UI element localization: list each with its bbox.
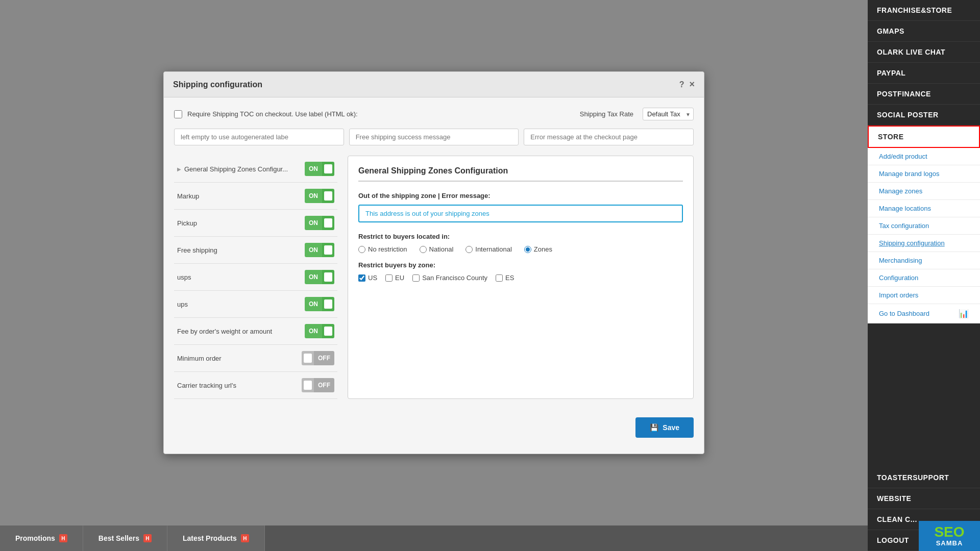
submenu-item-import-orders[interactable]: Import orders: [868, 287, 980, 304]
samba-text: SAMBA: [923, 539, 976, 547]
submenu-item-shipping-config[interactable]: Shipping configuration: [868, 235, 980, 252]
toggle-handle-inner: [324, 245, 332, 255]
zone-eu: EU: [385, 274, 404, 282]
sidebar-item-store[interactable]: STORE: [868, 126, 980, 148]
toggle-minimum-order[interactable]: OFF: [302, 351, 334, 365]
input-fields-row: [174, 129, 694, 145]
toggle-handle: [322, 270, 334, 284]
sidebar-item-postfinance[interactable]: POSTFINANCE: [868, 84, 980, 105]
submenu-item-manage-zones[interactable]: Manage zones: [868, 183, 980, 200]
submenu-item-manage-locations[interactable]: Manage locations: [868, 200, 980, 217]
autogenerated-label-input[interactable]: [174, 129, 344, 145]
zone-es: ES: [496, 274, 514, 282]
save-button[interactable]: 💾 Save: [635, 417, 694, 438]
toggle-on-label: ON: [305, 216, 322, 230]
sidebar-item-social-poster[interactable]: SOCIAL POSTER: [868, 105, 980, 126]
sidebar-item-website[interactable]: WEBSITE: [868, 488, 980, 509]
toc-row: Require Shipping TOC on checkout. Use la…: [174, 108, 694, 120]
save-label: Save: [663, 423, 679, 432]
radio-international: International: [465, 245, 512, 253]
settings-item-label-usps: usps: [177, 273, 191, 281]
radio-zones-input[interactable]: [524, 246, 531, 253]
error-section-label: Out of the shipping zone | Error message…: [358, 192, 683, 199]
sidebar-item-toastersupport[interactable]: TOASTERSUPPORT: [868, 467, 980, 488]
toggle-handle-inner: [304, 354, 312, 363]
bottom-tab-promotions[interactable]: Promotions H: [0, 525, 83, 551]
sidebar-item-label: PAYPAL: [877, 69, 905, 77]
toggle-handle-inner: [324, 191, 332, 201]
toggle-on-label: ON: [305, 162, 322, 176]
settings-item-free-shipping: Free shipping ON: [174, 237, 337, 264]
detail-panel-title: General Shipping Zones Configuration: [358, 166, 683, 182]
close-button[interactable]: ×: [689, 79, 695, 90]
bottom-bar: Promotions H Best Sellers H Latest Produ…: [0, 525, 868, 551]
toggle-ups[interactable]: ON: [305, 297, 334, 311]
submenu-item-add-product[interactable]: Add/edit product: [868, 148, 980, 165]
toggle-handle: [322, 162, 334, 176]
radio-zones: Zones: [524, 245, 552, 253]
toggle-handle: [302, 351, 314, 365]
help-button[interactable]: ?: [679, 80, 684, 89]
toggle-on-label: ON: [305, 297, 322, 311]
toc-checkbox[interactable]: [174, 110, 182, 118]
bottom-tab-best-sellers[interactable]: Best Sellers H: [83, 525, 167, 551]
toggle-handle-inner: [324, 272, 332, 282]
bottom-tab-latest-products[interactable]: Latest Products H: [167, 525, 265, 551]
seo-text: SEO: [923, 525, 976, 539]
submenu-item-tax-config[interactable]: Tax configuration: [868, 217, 980, 235]
settings-item-general: ▶ General Shipping Zones Configur... ON: [174, 156, 337, 183]
modal-header: Shipping configuration ? ×: [164, 72, 704, 97]
radio-no-restriction: No restriction: [358, 245, 407, 253]
tax-select[interactable]: Default Tax: [643, 108, 694, 120]
modal-overlay: Shipping configuration ? × Require Shipp…: [0, 0, 868, 525]
error-message-field[interactable]: [358, 205, 683, 222]
settings-item-ups: ups ON: [174, 291, 337, 318]
toggle-free-shipping[interactable]: ON: [305, 243, 334, 257]
toc-label: Require Shipping TOC on checkout. Use la…: [187, 110, 358, 118]
radio-national: National: [420, 245, 454, 253]
toggle-handle: [322, 297, 334, 311]
main-content-row: ▶ General Shipping Zones Configur... ON …: [174, 156, 694, 399]
toggle-on-label: ON: [305, 189, 322, 203]
sidebar-item-franchise[interactable]: FRANCHISE&STORE: [868, 0, 980, 21]
toggle-handle-inner: [324, 164, 332, 173]
zone-es-checkbox[interactable]: [496, 274, 503, 282]
toggle-usps[interactable]: ON: [305, 270, 334, 284]
toggle-off-label: OFF: [314, 351, 334, 365]
toggle-pickup[interactable]: ON: [305, 216, 334, 230]
detail-panel: General Shipping Zones Configuration Out…: [348, 156, 694, 399]
settings-item-label-general: ▶ General Shipping Zones Configur...: [177, 165, 288, 173]
zone-us-checkbox[interactable]: [358, 274, 365, 282]
radio-national-input[interactable]: [420, 246, 427, 253]
settings-item-label-ups: ups: [177, 300, 188, 308]
toggle-handle: [322, 324, 334, 338]
submenu-item-dashboard[interactable]: Go to Dashboard 📊: [868, 304, 980, 323]
sidebar-item-gmaps[interactable]: GMAPS: [868, 21, 980, 42]
toggle-markup[interactable]: ON: [305, 189, 334, 203]
modal-body: Require Shipping TOC on checkout. Use la…: [164, 97, 704, 409]
toggle-general[interactable]: ON: [305, 162, 334, 176]
toggle-fee-by-weight[interactable]: ON: [305, 324, 334, 338]
save-icon: 💾: [650, 423, 658, 432]
submenu-item-configuration[interactable]: Configuration: [868, 269, 980, 287]
settings-item-usps: usps ON: [174, 264, 337, 291]
sidebar-item-paypal[interactable]: PAYPAL: [868, 63, 980, 84]
submenu-item-merchandising[interactable]: Merchandising: [868, 252, 980, 269]
error-message-input[interactable]: [524, 129, 694, 145]
toggle-off-label: OFF: [314, 378, 334, 392]
sidebar-item-label: FRANCHISE&STORE: [877, 6, 952, 14]
toggle-carrier-tracking[interactable]: OFF: [302, 378, 334, 392]
toggle-handle: [302, 378, 314, 392]
sidebar-item-olark[interactable]: OLARK LIVE CHAT: [868, 42, 980, 63]
restrict-label: Restrict to buyers located in:: [358, 233, 683, 240]
zone-restrict-section: Restrict buyers by zone: US EU: [358, 261, 683, 282]
free-shipping-message-input[interactable]: [349, 129, 519, 145]
radio-international-input[interactable]: [465, 246, 473, 253]
toggle-on-label: ON: [305, 324, 322, 338]
dashboard-icon: 📊: [959, 309, 969, 318]
submenu-item-brand-logos[interactable]: Manage brand logos: [868, 165, 980, 183]
zone-sf-county-checkbox[interactable]: [412, 274, 420, 282]
shipping-tax-label: Shipping Tax Rate: [580, 110, 633, 118]
zone-eu-checkbox[interactable]: [385, 274, 393, 282]
radio-no-restriction-input[interactable]: [358, 246, 365, 253]
